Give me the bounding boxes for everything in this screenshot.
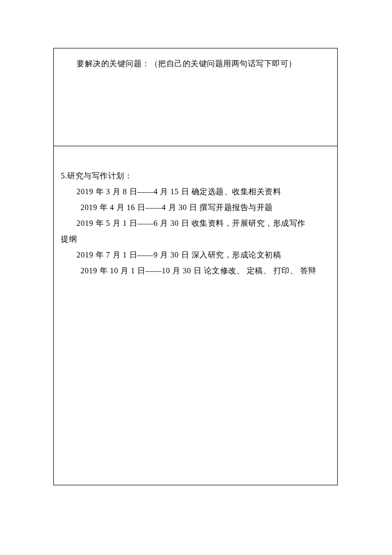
schedule-line-3-wrap: 提纲 [61, 231, 330, 247]
document-table: 要解决的关键问题：（把自己的关键问题用两句话写下即可） 5.研究与写作计划： 2… [53, 48, 338, 485]
schedule-line-3: 2019 年 5 月 1 日——6 月 30 日 收集资料，开展研究，形成写作 [61, 215, 330, 231]
schedule-line-4: 2019 年 7 月 1 日——9 月 30 日 深入研究，形成论文初稿 [61, 247, 330, 263]
schedule-line-1: 2019 年 3 月 8 日——4 月 15 日 确定选题、收集相关资料 [61, 184, 330, 200]
schedule-line-5: 2019 年 10 月 1 日——10 月 30 日 论文修改、 定稿、 打印、… [61, 263, 330, 279]
key-problems-cell: 要解决的关键问题：（把自己的关键问题用两句话写下即可） [54, 48, 337, 146]
key-problems-text: 要解决的关键问题：（把自己的关键问题用两句话写下即可） [61, 56, 330, 71]
section-heading: 5.研究与写作计划： [61, 168, 330, 184]
schedule-line-2: 2019 年 4 月 16 日——4 月 30 日 撰写开题报告与开题 [61, 200, 330, 215]
research-plan-cell: 5.研究与写作计划： 2019 年 3 月 8 日——4 月 15 日 确定选题… [54, 146, 337, 485]
